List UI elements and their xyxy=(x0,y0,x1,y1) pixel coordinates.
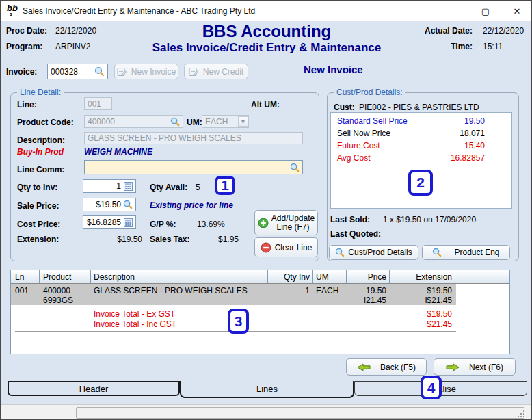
buy-in-prod-flag: Buy-In Prod xyxy=(17,147,64,157)
column-header-qty-inv: Qty Inv xyxy=(265,272,310,282)
extension-value: $19.50 xyxy=(90,235,142,244)
annotation-badge-3: 3 xyxy=(228,309,249,334)
price-row-label: Future Cost xyxy=(337,141,380,150)
cust-value: PIE002 - PIES & PASTRIES LTD xyxy=(359,103,479,112)
product-code-label: Product Code: xyxy=(17,118,74,127)
plus-circle-icon xyxy=(258,218,269,228)
next-button-label: Next (F6) xyxy=(469,363,503,372)
table-header-row: Ln Product Description Qty Inv UM Price … xyxy=(11,270,509,284)
um-value: EACH xyxy=(205,117,238,127)
cost-price-input[interactable]: $16.8285 xyxy=(83,215,136,229)
last-sold-value: 1 x $19.50 on 17/09/2020 xyxy=(383,215,476,224)
price-row-value: 15.40 xyxy=(411,141,485,150)
tab-lines[interactable]: Lines xyxy=(180,381,354,398)
row-qty-inv: 1 xyxy=(265,286,310,296)
um-label: UM: xyxy=(187,118,202,127)
invoice-number-value: 000328 xyxy=(51,67,94,77)
column-divider xyxy=(267,270,268,283)
column-header-description: Description xyxy=(94,272,135,282)
sale-price-value: $19.50 xyxy=(86,200,121,209)
search-icon[interactable] xyxy=(290,163,300,172)
next-button[interactable]: Next (F6) xyxy=(434,358,516,376)
column-header-price: Price xyxy=(349,272,386,282)
add-update-line-button[interactable]: Add/Update Line (F7) xyxy=(254,210,318,235)
new-invoice-label: New Invoice xyxy=(131,67,176,77)
row-ln: 001 xyxy=(15,286,29,296)
search-icon xyxy=(432,248,442,257)
column-divider xyxy=(346,270,347,283)
row-price: 19.50 xyxy=(349,286,386,296)
sales-tax-label: Sales Tax: xyxy=(150,235,189,244)
row-description: GLASS SCREEN - PRO WEIGH SCALES xyxy=(94,286,248,296)
sale-price-label: Sale Price: xyxy=(17,201,59,211)
extension-label: Extension: xyxy=(17,235,59,244)
sale-price-input[interactable]: $19.50 xyxy=(83,198,136,211)
column-divider xyxy=(90,270,91,283)
invoice-number-input[interactable]: 000328 xyxy=(47,64,108,79)
invoice-label: Invoice: xyxy=(6,67,37,77)
product-code-field[interactable]: 400000 xyxy=(84,115,183,128)
qty-to-inv-input[interactable]: 1 xyxy=(83,179,136,193)
price-row-value: 19.50 xyxy=(411,116,485,126)
row-price-inc: i21.45 xyxy=(349,296,386,305)
document-edit-icon xyxy=(117,67,127,77)
actual-date-label: Actual Date: xyxy=(384,26,473,36)
maximize-button[interactable]: ▢ xyxy=(470,1,501,21)
new-credit-button[interactable]: New Credit xyxy=(184,64,248,79)
cust-prod-details-button[interactable]: Cust/Prod Details xyxy=(329,245,418,260)
line-number-value: 001 xyxy=(88,99,109,109)
column-header-um: UM xyxy=(316,272,329,282)
arrow-left-icon xyxy=(357,363,371,371)
search-icon[interactable] xyxy=(123,200,133,209)
new-credit-label: New Credit xyxy=(203,67,243,77)
calculator-icon[interactable] xyxy=(124,182,133,191)
qty-avail-value: 5 xyxy=(196,183,200,192)
column-divider xyxy=(455,270,455,283)
clear-line-button[interactable]: Clear Line xyxy=(254,237,318,257)
tab-header[interactable]: Header xyxy=(8,381,180,396)
product-code-value: 400000 xyxy=(88,117,170,127)
mode-text: New Invoice xyxy=(304,64,363,75)
row-extension: $19.50 xyxy=(394,286,452,296)
back-button[interactable]: Back (F5) xyxy=(346,358,427,376)
search-icon[interactable] xyxy=(94,66,105,77)
app-logo-icon: bbs xyxy=(7,5,19,17)
last-sold-label: Last Sold: xyxy=(330,215,370,224)
document-edit-icon xyxy=(189,67,199,77)
arrow-right-icon xyxy=(446,363,460,371)
time-label: Time: xyxy=(384,42,473,51)
new-invoice-button[interactable]: New Invoice xyxy=(114,64,178,79)
line-detail-group-label: Line Detail: xyxy=(17,88,64,97)
resize-grip[interactable] xyxy=(518,410,524,417)
annotation-badge-4: 4 xyxy=(421,376,442,399)
product-enq-button[interactable]: Product Enq xyxy=(422,245,510,260)
minimize-button[interactable]: – xyxy=(438,1,470,21)
existing-price-note: Existing price for line xyxy=(150,200,233,210)
search-icon[interactable] xyxy=(170,117,180,127)
total-inc-gst-value: $21.45 xyxy=(394,319,452,329)
row-product: 400000 xyxy=(43,286,70,296)
clear-line-label: Clear Line xyxy=(275,243,312,252)
window-title: Sales Invoice/Credit Entry & Maintenance… xyxy=(23,6,255,16)
total-ex-gst-label: Invoice Total - Ex GST xyxy=(94,309,175,319)
calculator-icon[interactable] xyxy=(124,218,133,227)
price-row-label: Avg Cost xyxy=(337,153,370,163)
cost-price-label: Cost Price: xyxy=(17,220,60,229)
minus-circle-icon xyxy=(261,242,271,253)
chevron-down-icon[interactable]: ▼ xyxy=(238,116,248,127)
close-button[interactable]: ✕ xyxy=(501,1,532,21)
price-row-value: 16.82857 xyxy=(411,153,485,163)
column-header-product: Product xyxy=(43,272,71,282)
um-select[interactable]: EACH ▼ xyxy=(202,115,249,128)
column-divider xyxy=(312,270,313,283)
price-row-value: 18.071 xyxy=(411,129,485,138)
price-row-label: Sell Now Price xyxy=(337,129,390,138)
line-comm-input[interactable] xyxy=(84,160,303,174)
add-update-line-label: Add/Update Line (F7) xyxy=(271,214,315,232)
status-field xyxy=(76,407,524,419)
actual-date-value: 22/12/2020 xyxy=(483,26,524,36)
description-label: Description: xyxy=(17,135,65,145)
product-group-text: WEIGH MACHINE xyxy=(84,147,152,157)
invoice-lines-table[interactable]: Ln Product Description Qty Inv UM Price … xyxy=(10,270,510,354)
row-um: EACH xyxy=(316,286,338,296)
